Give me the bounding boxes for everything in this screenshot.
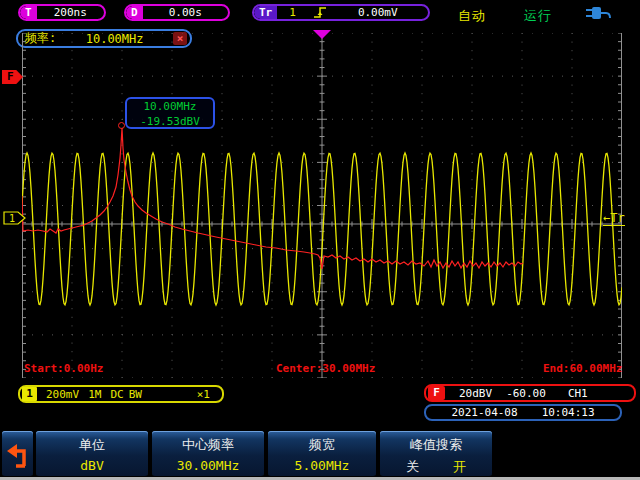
menu-value: dBV [36, 458, 148, 473]
trigger-source: 1 [289, 6, 296, 19]
fft-status-pill[interactable]: F 20dBV -60.00 CH1 [424, 384, 636, 402]
delay-pill[interactable]: D 0.00s [124, 4, 230, 21]
graticule-svg [22, 33, 622, 378]
menu-label: 单位 [36, 436, 148, 454]
delay-value: 0.00s [143, 6, 228, 19]
oscilloscope-screen: T 200ns D 0.00s Tr 1 0.00mV 自动 运行 频率: 10… [0, 0, 640, 480]
trigger-level-marker[interactable]: ←Tr [603, 212, 625, 226]
delay-badge: D [126, 6, 143, 19]
timebase-badge: T [20, 6, 37, 19]
ch1-coupling: DC [110, 388, 123, 401]
softkey-menu: 单位 dBV 中心频率 30.00MHz 频宽 5.00MHz 峰值搜索 关 开 [0, 430, 640, 477]
peak-level: -19.53dBV [127, 114, 213, 129]
ch1-scale: 200mV [46, 388, 79, 401]
time-value: 10:04:13 [542, 406, 595, 419]
run-status-label: 运行 [524, 7, 552, 25]
trigger-badge: Tr [254, 6, 277, 19]
menu-label: 峰值搜索 [380, 436, 492, 454]
axis-start-label: Start:0.00Hz [24, 362, 103, 375]
menu-item-peak-search[interactable]: 峰值搜索 关 开 [380, 431, 492, 476]
peak-annotation: 10.00MHz -19.53dBV [125, 97, 215, 129]
fft-scale: 20dBV [459, 387, 492, 400]
axis-center-label: Center:30.00MHz [276, 362, 375, 375]
trigger-level: 0.00mV [358, 6, 398, 19]
menu-label: 中心频率 [152, 436, 264, 454]
back-button[interactable] [2, 431, 33, 476]
ch1-badge: 1 [22, 387, 37, 401]
menu-value: 30.00MHz [152, 458, 264, 473]
ch1-bandwidth: BW [129, 388, 142, 401]
menu-item-unit[interactable]: 单位 dBV [36, 431, 148, 476]
ch1-impedance: 1M [88, 388, 101, 401]
fft-source: CH1 [568, 387, 588, 400]
peak-frequency: 10.00MHz [127, 99, 213, 114]
datetime-pill: 2021-04-08 10:04:13 [424, 404, 622, 421]
menu-label: 频宽 [268, 436, 376, 454]
rising-edge-icon [312, 6, 332, 19]
menu-item-center-frequency[interactable]: 中心频率 30.00MHz [152, 431, 264, 476]
ch1-status-pill[interactable]: 1 200mV 1M DC BW ×1 [18, 385, 224, 403]
menu-item-span[interactable]: 频宽 5.00MHz [268, 431, 376, 476]
svg-text:1: 1 [9, 213, 15, 224]
axis-end-label: End:60.00MHz [543, 362, 622, 375]
peak-search-on[interactable]: 开 [453, 458, 466, 476]
power-plug-icon [584, 5, 614, 22]
back-arrow-icon [5, 439, 31, 469]
fft-level-marker[interactable]: F [2, 70, 23, 84]
peak-marker-icon [118, 122, 125, 129]
peak-search-off[interactable]: 关 [406, 458, 419, 476]
fft-offset: -60.00 [506, 387, 546, 400]
ch1-probe: ×1 [197, 388, 210, 401]
menu-value: 5.00MHz [268, 458, 376, 473]
trigger-position-marker[interactable] [313, 30, 331, 39]
timebase-value: 200ns [37, 6, 104, 19]
timebase-pill[interactable]: T 200ns [18, 4, 106, 21]
trigger-pill[interactable]: Tr 1 0.00mV [252, 4, 430, 21]
trigger-mode-label: 自动 [458, 7, 486, 25]
date-value: 2021-04-08 [451, 406, 517, 419]
ch1-level-marker[interactable]: 1 [3, 211, 27, 225]
fft-badge: F [428, 386, 445, 400]
